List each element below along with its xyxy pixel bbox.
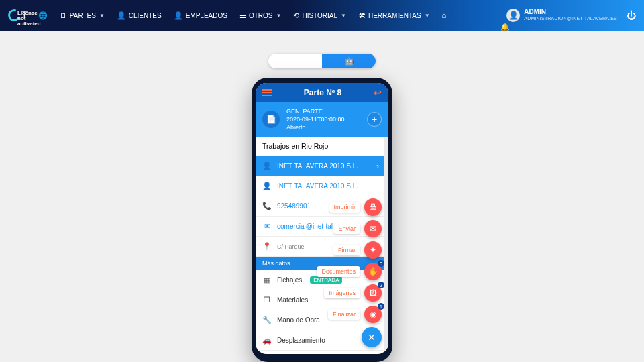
fab-imprimir-label: Imprimir <box>329 202 361 213</box>
fab-documentos[interactable]: ✋0 <box>364 263 382 280</box>
cube-icon: ❒ <box>262 296 272 304</box>
nav-clientes[interactable]: 👤CLIENTES <box>117 11 162 20</box>
user-block[interactable]: 👤 ADMIN ADMINISTRACION@INET-TALAVERA.ES <box>506 9 617 22</box>
gen-status: Abierto <box>286 123 345 131</box>
row-company-primary[interactable]: 👤 INET TALAVERA 2010 S.L. <box>256 156 384 176</box>
nav-historial-label: HISTORIAL <box>302 12 337 19</box>
home-icon: ⌂ <box>442 11 447 19</box>
fab-imagenes-label: Imágenes <box>324 288 360 298</box>
nav-partes[interactable]: 🗒PARTES▼ <box>60 11 105 19</box>
nav-partes-label: PARTES <box>70 12 96 19</box>
fab-firmar-label: Firmar <box>333 245 360 255</box>
fab-imprimir[interactable]: 🖶 <box>364 198 382 216</box>
gen-date: 2020-09-11T00:00:00 <box>286 115 345 123</box>
wrench-icon: 🔧 <box>262 316 272 324</box>
caret-icon: ▼ <box>425 13 430 19</box>
document-icon: 📄 <box>262 111 280 128</box>
add-button[interactable]: + <box>367 112 382 127</box>
caret-icon: ▼ <box>99 13 105 19</box>
history-icon: ⟲ <box>293 11 299 20</box>
phone-icon: 📞 <box>262 202 272 210</box>
caret-icon: ▼ <box>341 13 346 19</box>
nav-right: 👤 ADMIN ADMINISTRACION@INET-TALAVERA.ES … <box>506 9 636 22</box>
nav-otros[interactable]: ☰OTROS▼ <box>239 11 281 20</box>
grid-icon: ▦ <box>262 276 272 284</box>
app-title: Parte Nº 8 <box>304 88 341 97</box>
user-name: ADMIN <box>524 9 617 15</box>
power-button[interactable]: ⏻ <box>627 10 636 21</box>
phone-frame: Parte Nº 8 ↩ 📄 GEN. PARTE 2020-09-11T00:… <box>252 78 392 362</box>
mail-icon: ✉ <box>262 222 272 231</box>
top-navbar: License not activated T 🌐 🗒PARTES▼ 👤CLIE… <box>0 0 644 31</box>
person-icon: 👤 <box>174 11 183 20</box>
fichajes-text: Fichajes <box>277 276 302 284</box>
fab-close[interactable]: ✕ <box>362 327 382 347</box>
car-icon: 🚗 <box>262 336 272 345</box>
address-text: C/ Parque <box>277 243 305 250</box>
caret-icon: ▼ <box>276 13 282 19</box>
gen-label: GEN. PARTE <box>286 107 345 115</box>
nav-historial[interactable]: ⟲HISTORIAL▼ <box>293 11 346 20</box>
badge-finalizar: 1 <box>378 303 384 310</box>
fab-column: ✕ Finalizar ◉1 Imágenes 🖼2 Documentos ✋0… <box>317 198 382 347</box>
badge-documentos: 0 <box>378 260 384 267</box>
reply-icon[interactable]: ↩ <box>374 87 382 98</box>
fab-finalizar[interactable]: ◉1 <box>364 306 382 323</box>
tools-icon: 🛠 <box>358 11 366 19</box>
fab-enviar-label: Enviar <box>333 223 360 234</box>
nav-otros-label: OTROS <box>249 12 273 19</box>
phone-text: 925489901 <box>277 202 311 210</box>
pin-icon: 📍 <box>262 242 272 251</box>
user-icon: 👤 <box>262 182 272 190</box>
toggle-ios[interactable] <box>268 54 322 68</box>
gen-banner: 📄 GEN. PARTE 2020-09-11T00:00:00 Abierto… <box>256 102 388 137</box>
company1-text: INET TALAVERA 2010 S.L. <box>277 162 358 170</box>
license-overlay: License not activated <box>17 11 41 27</box>
fab-firmar[interactable]: ✦ <box>364 241 382 259</box>
notifications-bell-icon[interactable]: 🔔 <box>500 23 510 32</box>
fab-documentos-label: Documentos <box>317 266 360 277</box>
nav-empleados-label: EMPLEADOS <box>186 12 227 19</box>
mano-text: Mano de Obra <box>277 316 320 324</box>
menu-button[interactable] <box>262 89 272 96</box>
phone-screen: Parte Nº 8 ↩ 📄 GEN. PARTE 2020-09-11T00:… <box>256 83 388 354</box>
android-icon: 🤖 <box>344 56 354 66</box>
nav-herramientas[interactable]: 🛠HERRAMIENTAS▼ <box>358 11 430 19</box>
user-icon: 👤 <box>262 162 272 170</box>
platform-toggle: 🤖 <box>0 54 644 68</box>
materiales-text: Materiales <box>277 296 308 304</box>
row-description: Trabajos en Rio Rojo <box>256 137 384 156</box>
description-text: Trabajos en Rio Rojo <box>262 142 328 150</box>
person-icon: 👤 <box>117 11 126 20</box>
app-header: Parte Nº 8 ↩ <box>256 83 388 102</box>
user-email: ADMINISTRACION@INET-TALAVERA.ES <box>524 15 617 22</box>
fab-enviar[interactable]: ✉ <box>364 220 382 237</box>
nav-home[interactable]: ⌂ <box>442 11 447 19</box>
app-logo: License not activated T <box>8 9 29 21</box>
row-company-secondary[interactable]: 👤 INET TALAVERA 2010 S.L. <box>256 176 384 196</box>
badge-imagenes: 2 <box>378 282 384 288</box>
fab-finalizar-label: Finalizar <box>328 309 360 320</box>
fab-imagenes[interactable]: 🖼2 <box>364 284 382 302</box>
nav-items: 🌐 🗒PARTES▼ 👤CLIENTES 👤EMPLEADOS ☰OTROS▼ … <box>38 11 446 20</box>
company2-text: INET TALAVERA 2010 S.L. <box>277 182 358 190</box>
nav-clientes-label: CLIENTES <box>129 12 162 19</box>
nav-empleados[interactable]: 👤EMPLEADOS <box>174 11 227 20</box>
nav-herramientas-label: HERRAMIENTAS <box>368 12 421 19</box>
toggle-android[interactable]: 🤖 <box>322 54 376 68</box>
list-icon: ☰ <box>239 11 246 20</box>
clipboard-icon: 🗒 <box>60 11 67 19</box>
avatar-icon: 👤 <box>506 9 520 22</box>
